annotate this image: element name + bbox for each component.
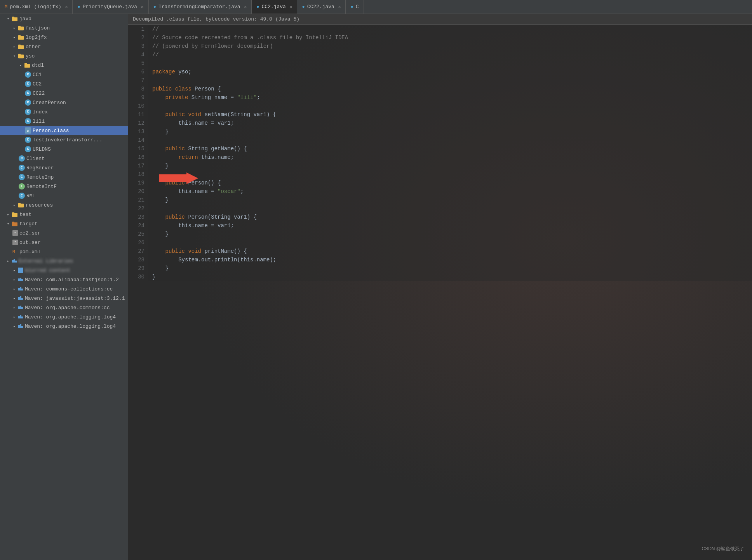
- chevron-down-icon: ▾: [6, 17, 10, 21]
- tab-pom-label: pom.xml (log4jfx): [10, 4, 61, 10]
- class-icon-testinvoker: C: [25, 137, 31, 143]
- sidebar-item-other[interactable]: ▸ other: [0, 42, 128, 51]
- sidebar-item-maven5[interactable]: ▸ Maven: org.apache.logging.log4: [0, 312, 128, 322]
- sidebar-item-test[interactable]: ▸ test: [0, 210, 128, 219]
- sidebar-item-index[interactable]: C Index: [0, 107, 128, 117]
- java-icon-4: ●: [302, 4, 305, 10]
- xml-icon-pom: M: [12, 249, 18, 254]
- chevron-right-icon-dtdl: ▸: [19, 63, 23, 67]
- sidebar-label-java: java: [19, 16, 31, 22]
- chevron-right-icon-other: ▸: [12, 45, 16, 49]
- sidebar-label-target: target: [19, 221, 38, 227]
- svg-rect-28: [20, 296, 21, 300]
- sidebar-label-outser: out.ser: [19, 240, 41, 245]
- tab-cc2-label: CC2.java: [261, 4, 285, 10]
- sidebar-label-fastjson: fastjson: [26, 25, 50, 31]
- folder-other-icon: [18, 44, 24, 49]
- sidebar-label-maven3: Maven: javassist:javassist:3.12.1: [25, 296, 125, 301]
- sidebar-item-creatperson[interactable]: C CreatPerson: [0, 98, 128, 107]
- sidebar-item-dtdl[interactable]: ▸ dtdl: [0, 61, 128, 70]
- sidebar-item-cc2[interactable]: C CC2: [0, 79, 128, 89]
- tab-more[interactable]: ● C: [346, 0, 364, 14]
- sidebar-item-cc2ser[interactable]: f cc2.ser: [0, 228, 128, 238]
- sidebar-item-rmi[interactable]: C RMI: [0, 191, 128, 200]
- sidebar-item-cc22[interactable]: C CC22: [0, 89, 128, 98]
- sidebar-item-testinvoker[interactable]: C TestInvokerTransforr...: [0, 135, 128, 144]
- sidebar-item-fastjson[interactable]: ▸ fastjson: [0, 23, 128, 33]
- code-area[interactable]: 1 2 3 4 5 6 7 8 9 10 11 12 13 14 15 16 1: [128, 25, 752, 560]
- code-line-17: }: [152, 162, 747, 170]
- code-line-5: [152, 59, 747, 68]
- code-line-18: [152, 170, 747, 179]
- code-content: 1 2 3 4 5 6 7 8 9 10 11 12 13 14 15 16 1: [128, 25, 752, 281]
- tab-transforming-close[interactable]: ✕: [244, 4, 247, 9]
- sidebar-item-regserver[interactable]: C RegServer: [0, 163, 128, 172]
- ext-sub-icon: [18, 268, 23, 273]
- tab-cc2-close[interactable]: ✕: [290, 4, 292, 9]
- sidebar-label-cc22: CC22: [33, 90, 45, 96]
- sidebar-item-maven1[interactable]: ▸ Maven: com.alibaba:fastjson:1.2: [0, 275, 128, 284]
- tab-pom-close[interactable]: ✕: [65, 4, 68, 9]
- info-bar-text: Decompiled .class file, bytecode version…: [133, 16, 299, 22]
- sidebar-label-cc2: CC2: [33, 81, 42, 87]
- sidebar-label-ext-sub: blurred content: [25, 268, 70, 273]
- sidebar-item-target[interactable]: ▾ target: [0, 219, 128, 228]
- sidebar-item-maven3[interactable]: ▸ Maven: javassist:javassist:3.12.1: [0, 294, 128, 303]
- code-line-30: }: [152, 273, 747, 281]
- sidebar-item-java[interactable]: ▾ java: [0, 14, 128, 23]
- sidebar-item-cc1[interactable]: C CC1: [0, 70, 128, 79]
- sidebar-item-pomxml[interactable]: M pom.xml: [0, 247, 128, 256]
- sidebar-item-external-sub[interactable]: ▸ blurred content: [0, 266, 128, 275]
- sidebar-item-remoteimp[interactable]: C RemoteImp: [0, 172, 128, 182]
- class-icon-client: C: [19, 155, 25, 162]
- svg-rect-2: [18, 27, 24, 31]
- code-line-19: public Person() {: [152, 179, 747, 187]
- folder-yso-icon: [18, 53, 24, 59]
- svg-rect-20: [15, 261, 17, 263]
- svg-rect-3: [18, 26, 21, 27]
- class-icon-rmi: C: [19, 193, 25, 199]
- svg-rect-33: [18, 316, 20, 318]
- sidebar-item-urldns[interactable]: C URLDNS: [0, 144, 128, 154]
- tab-cc22-close[interactable]: ✕: [338, 4, 341, 9]
- class-icon-cc2: C: [25, 81, 31, 87]
- sidebar-item-maven6[interactable]: ▸ Maven: org.apache.logging.log4: [0, 322, 128, 331]
- svg-rect-8: [18, 55, 24, 59]
- tab-transforming[interactable]: ● TransformingComparator.java ✕: [149, 0, 252, 14]
- class-icon-creatperson: C: [25, 99, 31, 106]
- sidebar-item-yso[interactable]: ▾ yso: [0, 51, 128, 61]
- sidebar-item-outser[interactable]: f out.ser: [0, 238, 128, 247]
- tab-priority[interactable]: ● PriorityQueue.java ✕: [73, 0, 148, 14]
- code-line-27: public void printName() {: [152, 247, 747, 256]
- tab-cc2[interactable]: ● CC2.java ✕: [252, 0, 297, 14]
- class-icon-index: C: [25, 109, 31, 115]
- sidebar-item-lili[interactable]: C lili: [0, 117, 128, 126]
- svg-rect-38: [21, 326, 23, 328]
- sidebar-item-maven4[interactable]: ▸ Maven: org.apache.commons:cc: [0, 303, 128, 312]
- sidebar-label-maven5: Maven: org.apache.logging.log4: [25, 314, 116, 320]
- sidebar-item-person-class[interactable]: cl Person.class: [0, 126, 128, 135]
- svg-rect-26: [21, 289, 23, 290]
- sidebar-label-regserver: RegServer: [26, 165, 54, 171]
- svg-rect-22: [20, 278, 21, 281]
- sidebar-label-maven1: Maven: com.alibaba:fastjson:1.2: [25, 277, 119, 283]
- folder-resources-icon: [18, 202, 24, 208]
- class-icon-cc22: C: [25, 90, 31, 96]
- info-bar: Decompiled .class file, bytecode version…: [128, 14, 752, 25]
- sidebar-item-maven2[interactable]: ▸ Maven: commons-collections:cc: [0, 284, 128, 294]
- sidebar-label-cc1: CC1: [33, 72, 42, 78]
- code-line-28: System.out.println(this.name);: [152, 256, 747, 264]
- code-line-25: }: [152, 230, 747, 238]
- classfile-icon-person: cl: [25, 127, 31, 134]
- sidebar-item-remoteintf[interactable]: I RemoteIntF: [0, 182, 128, 191]
- sidebar-label-resources: resources: [26, 202, 53, 208]
- sidebar-item-external[interactable]: ▸ External Libraries: [0, 256, 128, 266]
- tab-cc22[interactable]: ● CC22.java ✕: [297, 0, 346, 14]
- tab-pom[interactable]: M pom.xml (log4jfx) ✕: [0, 0, 73, 14]
- code-line-26: [152, 238, 747, 247]
- sidebar-item-log2jfx[interactable]: ▸ log2jfx: [0, 33, 128, 42]
- sidebar-item-client[interactable]: C Client: [0, 154, 128, 163]
- java-icon-2: ●: [153, 4, 156, 10]
- tab-priority-close[interactable]: ✕: [141, 4, 144, 9]
- sidebar-item-resources[interactable]: ▸ resources: [0, 200, 128, 210]
